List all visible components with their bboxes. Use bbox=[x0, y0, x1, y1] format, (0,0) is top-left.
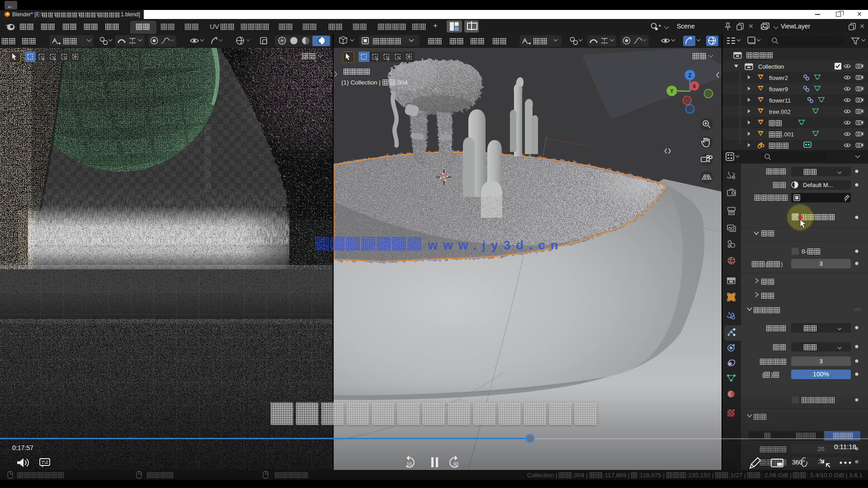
svg-text:X: X bbox=[693, 84, 696, 89]
svg-text:Y: Y bbox=[670, 88, 674, 94]
svg-text:Z: Z bbox=[688, 72, 691, 79]
